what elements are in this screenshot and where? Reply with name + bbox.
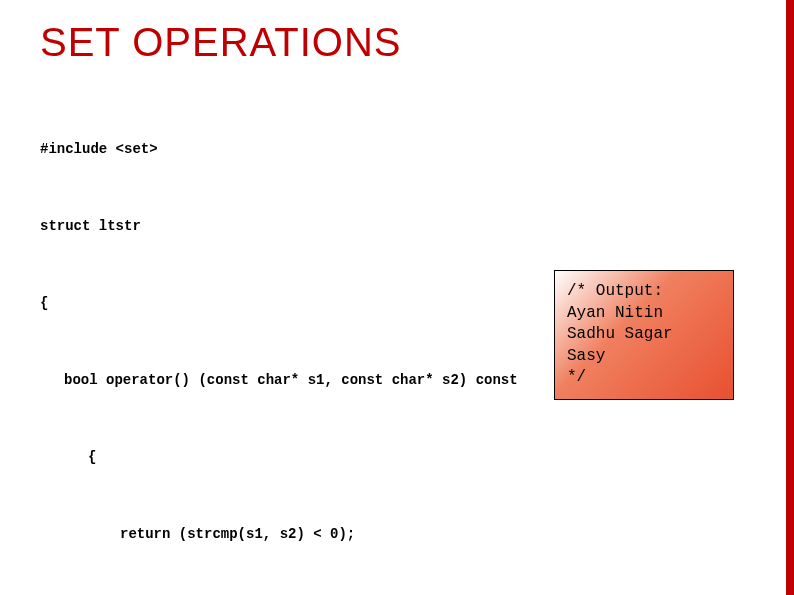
code-line: #include <set> (40, 139, 754, 160)
output-line: Sasy (567, 346, 721, 368)
accent-bar (786, 0, 794, 595)
slide-title: SET OPERATIONS (40, 20, 754, 65)
output-line: */ (567, 367, 721, 389)
code-line: struct ltstr (40, 216, 754, 237)
code-line: { (40, 447, 754, 468)
code-line: return (strcmp(s1, s2) < 0); (40, 524, 754, 545)
output-line: /* Output: (567, 281, 721, 303)
output-line: Ayan Nitin (567, 303, 721, 325)
output-line: Sadhu Sagar (567, 324, 721, 346)
slide-content: SET OPERATIONS #include <set> struct lts… (0, 0, 794, 595)
output-box: /* Output: Ayan Nitin Sadhu Sagar Sasy *… (554, 270, 734, 400)
